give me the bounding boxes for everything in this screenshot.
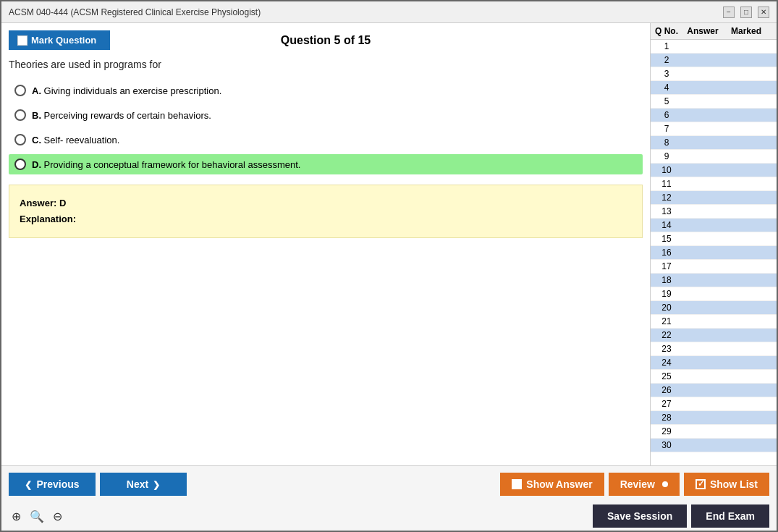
col-q-no: Q No. <box>652 26 681 36</box>
row-num: 20 <box>652 303 681 313</box>
table-row[interactable]: 17 <box>651 260 777 274</box>
end-exam-button[interactable]: End Exam <box>691 504 769 528</box>
option-c-radio[interactable] <box>14 134 26 145</box>
table-row[interactable]: 24 <box>651 356 777 370</box>
row-num: 10 <box>652 165 681 175</box>
table-row[interactable]: 18 <box>651 274 777 287</box>
table-row[interactable]: 26 <box>651 384 777 397</box>
table-row[interactable]: 11 <box>651 177 777 191</box>
table-row[interactable]: 8 <box>651 136 777 150</box>
option-d-radio[interactable] <box>14 159 26 170</box>
previous-button[interactable]: Previous <box>9 473 96 496</box>
header-row: Mark Question Question 5 of 15 <box>9 30 643 50</box>
row-num: 25 <box>652 371 681 381</box>
zoom-controls: ⊕ 🔍 ⊖ <box>9 508 65 525</box>
table-row[interactable]: 7 <box>651 122 777 136</box>
table-row[interactable]: 12 <box>651 191 777 205</box>
mark-question-label: Mark Question <box>31 35 96 46</box>
right-panel: Q No. Answer Marked 12345678910111213141… <box>650 23 777 465</box>
q-table-header: Q No. Answer Marked <box>651 23 777 40</box>
table-row[interactable]: 2 <box>651 54 777 67</box>
row-num: 3 <box>652 69 681 79</box>
option-d[interactable]: D. Providing a conceptual framework for … <box>9 154 643 174</box>
row-num: 22 <box>652 330 681 340</box>
table-row[interactable]: 20 <box>651 301 777 315</box>
table-row[interactable]: 4 <box>651 81 777 95</box>
show-answer-checkbox-icon <box>512 479 522 489</box>
review-button[interactable]: Review <box>609 473 680 496</box>
next-button[interactable]: Next <box>100 473 187 496</box>
table-row[interactable]: 16 <box>651 246 777 260</box>
bottom-bar: Previous Next Show Answer Review Show Li… <box>1 465 777 531</box>
option-a-text: A. Giving individuals an exercise prescr… <box>32 85 221 96</box>
table-row[interactable]: 14 <box>651 219 777 232</box>
row-num: 18 <box>652 275 681 285</box>
table-row[interactable]: 9 <box>651 150 777 164</box>
zoom-out-button[interactable]: ⊖ <box>50 508 65 525</box>
row-num: 14 <box>652 220 681 230</box>
table-row[interactable]: 22 <box>651 329 777 342</box>
table-row[interactable]: 29 <box>651 425 777 439</box>
table-row[interactable]: 30 <box>651 439 777 452</box>
table-row[interactable]: 28 <box>651 411 777 425</box>
table-row[interactable]: 6 <box>651 109 777 122</box>
row-num: 1 <box>652 41 681 51</box>
row-num: 9 <box>652 151 681 161</box>
window-controls: − □ ✕ <box>723 7 769 18</box>
table-row[interactable]: 5 <box>651 95 777 109</box>
minimize-button[interactable]: − <box>723 7 735 18</box>
question-text: Theories are used in programs for <box>9 59 643 70</box>
show-list-button[interactable]: Show List <box>684 473 769 496</box>
row-num: 15 <box>652 234 681 244</box>
window-title: ACSM 040-444 (ACSM Registered Clinical E… <box>9 7 261 17</box>
mark-question-button[interactable]: Mark Question <box>9 30 110 50</box>
row-num: 2 <box>652 55 681 65</box>
table-row[interactable]: 10 <box>651 164 777 177</box>
row-num: 12 <box>652 193 681 203</box>
table-row[interactable]: 13 <box>651 205 777 219</box>
table-row[interactable]: 25 <box>651 370 777 384</box>
q-table-body[interactable]: 1234567891011121314151617181920212223242… <box>651 40 777 465</box>
left-panel: Mark Question Question 5 of 15 Theories … <box>1 23 650 465</box>
row-num: 11 <box>652 179 681 189</box>
review-label: Review <box>620 478 655 490</box>
row-num: 16 <box>652 248 681 258</box>
row-num: 17 <box>652 261 681 271</box>
table-row[interactable]: 21 <box>651 315 777 329</box>
main-content: Mark Question Question 5 of 15 Theories … <box>1 23 777 465</box>
save-session-button[interactable]: Save Session <box>593 504 687 528</box>
main-window: ACSM 040-444 (ACSM Registered Clinical E… <box>0 0 778 532</box>
maximize-button[interactable]: □ <box>740 7 752 18</box>
row-num: 19 <box>652 289 681 299</box>
save-session-label: Save Session <box>607 510 672 522</box>
chevron-left-icon <box>25 478 32 490</box>
table-row[interactable]: 15 <box>651 232 777 246</box>
zoom-in-button[interactable]: ⊕ <box>9 508 24 525</box>
row-num: 23 <box>652 344 681 354</box>
table-row[interactable]: 3 <box>651 67 777 81</box>
options-list: A. Giving individuals an exercise prescr… <box>9 80 643 174</box>
review-dot-icon <box>662 481 668 487</box>
row-num: 4 <box>652 83 681 93</box>
show-answer-button[interactable]: Show Answer <box>500 473 604 496</box>
previous-label: Previous <box>36 478 79 490</box>
title-bar: ACSM 040-444 (ACSM Registered Clinical E… <box>1 1 777 23</box>
option-c[interactable]: C. Self- reevaluation. <box>9 130 643 150</box>
close-button[interactable]: ✕ <box>758 7 769 18</box>
table-row[interactable]: 27 <box>651 397 777 411</box>
option-b-radio[interactable] <box>14 109 26 121</box>
table-row[interactable]: 19 <box>651 287 777 301</box>
zoom-normal-button[interactable]: 🔍 <box>27 508 47 525</box>
row-num: 27 <box>652 399 681 409</box>
table-row[interactable]: 1 <box>651 40 777 54</box>
row-num: 24 <box>652 358 681 368</box>
row-num: 8 <box>652 138 681 148</box>
table-row[interactable]: 23 <box>651 342 777 356</box>
option-a-radio[interactable] <box>14 85 26 96</box>
col-marked: Marked <box>724 26 768 36</box>
option-a[interactable]: A. Giving individuals an exercise prescr… <box>9 80 643 101</box>
answer-label: Answer: D <box>20 195 632 211</box>
option-b[interactable]: B. Perceiving rewards of certain behavio… <box>9 105 643 125</box>
row-num: 6 <box>652 110 681 120</box>
show-answer-label: Show Answer <box>526 478 592 490</box>
